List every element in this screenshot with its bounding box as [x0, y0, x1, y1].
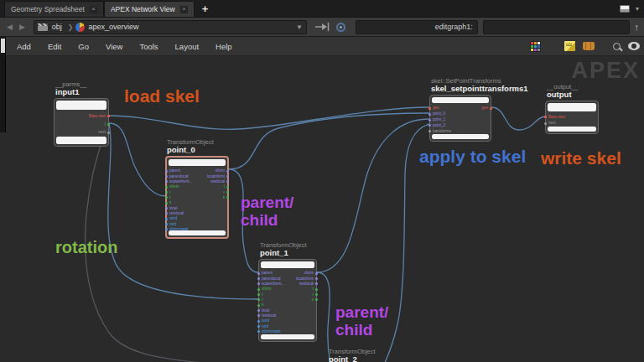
port-in-parentlocal[interactable]	[165, 175, 168, 178]
port-out-localxform[interactable]	[315, 277, 318, 280]
close-icon[interactable]: ×	[90, 6, 97, 13]
port-out-localxform[interactable]	[226, 175, 229, 178]
node-point_1[interactable]: parentparentlocalscaleinherit...xformtrs…	[258, 259, 317, 342]
menu-view[interactable]: View	[97, 42, 131, 51]
port-label: parent	[169, 168, 180, 173]
note-rotation[interactable]: rotation	[55, 238, 117, 256]
sticky-note-icon[interactable]	[564, 41, 575, 51]
tab-apex-network-view[interactable]: APEX Network View ×	[104, 1, 195, 17]
port-in-t[interactable]	[257, 293, 260, 296]
port-out-xform[interactable]	[226, 170, 229, 173]
wire-point1-xform-to-skel-point1[interactable]	[317, 119, 429, 272]
port-in-scaleinherit-[interactable]	[165, 180, 168, 183]
note-load-skel[interactable]: load skel	[124, 86, 200, 106]
port-in-restlocal[interactable]	[165, 212, 168, 215]
port-out-xform[interactable]	[315, 272, 318, 275]
note-write-skel[interactable]: write skel	[541, 148, 621, 168]
port-in-r[interactable]	[165, 196, 168, 199]
port-in-point-2[interactable]	[428, 124, 431, 127]
port-in-xformmask[interactable]	[257, 330, 260, 333]
port-in-xform[interactable]	[165, 186, 168, 189]
menu-edit[interactable]: Edit	[39, 42, 70, 51]
scroll-thumb[interactable]	[1, 39, 5, 53]
menu-tools[interactable]: Tools	[131, 42, 166, 51]
port-out-restlocal[interactable]	[226, 180, 229, 183]
port-in-xord[interactable]	[257, 320, 260, 323]
note-parent-child-2[interactable]: parent/ child	[335, 303, 388, 339]
port-out-geo[interactable]	[490, 107, 492, 110]
port-in-restlocal[interactable]	[257, 314, 260, 317]
port-out-next[interactable]	[107, 132, 110, 134]
chevron-down-icon[interactable]: ▾	[636, 5, 639, 13]
port-in-local[interactable]	[257, 309, 260, 312]
port-in-local[interactable]	[165, 207, 168, 209]
menu-add[interactable]: Add	[8, 42, 39, 51]
wire-input1-baseskel-to-skel-geo[interactable]	[109, 107, 429, 129]
node-name-label: point_2	[329, 355, 376, 362]
port-in-t[interactable]	[165, 191, 168, 194]
port-in-rord[interactable]	[165, 223, 168, 225]
visibility-icon[interactable]	[628, 42, 640, 50]
port-out-base-skel[interactable]	[107, 115, 110, 117]
node-top-bar	[169, 159, 226, 166]
port-in-xformmask[interactable]	[165, 228, 168, 230]
note-apply-to-skel[interactable]: apply to skel	[419, 147, 526, 167]
menu-scroll-strip[interactable]	[0, 37, 6, 132]
network-box-icon[interactable]	[583, 42, 595, 50]
port-label: restlocal	[210, 179, 225, 184]
port-in-r[interactable]	[257, 298, 260, 301]
color-palette-icon[interactable]	[530, 41, 541, 52]
float-pane-icon[interactable]	[620, 5, 630, 13]
port-in-transforms[interactable]	[428, 130, 431, 132]
command-input[interactable]	[483, 20, 630, 34]
port-in-point-1[interactable]	[428, 119, 431, 122]
breadcrumb-node[interactable]: apex_overview	[89, 23, 139, 31]
port-out-t[interactable]	[315, 288, 318, 291]
port-in-next[interactable]	[544, 122, 547, 125]
tab-geometry-spreadsheet[interactable]: Geometry Spreadsheet ×	[4, 1, 104, 17]
wire-skel-geo-to-output-baseskel[interactable]	[491, 107, 545, 130]
port-in-parent[interactable]	[165, 170, 168, 173]
wire-input1-t-to-point0-r[interactable]	[109, 123, 165, 196]
pin-icon[interactable]	[315, 22, 330, 32]
breadcrumb-context[interactable]: obj	[52, 23, 62, 31]
new-tab-button[interactable]: +	[195, 0, 216, 17]
network-editor-canvas[interactable]: APEX __parms__input1Base.skeltnextTransf…	[0, 56, 644, 362]
breadcrumb[interactable]: obj ❯ apex_overview ▼	[34, 20, 307, 34]
prompt-field[interactable]: editgraph1:	[356, 20, 478, 34]
port-in-s[interactable]	[257, 304, 260, 307]
port-in-s[interactable]	[165, 202, 168, 204]
port-in-geo[interactable]	[428, 107, 431, 110]
port-label: xord	[262, 318, 269, 323]
back-button[interactable]: ◀	[7, 23, 13, 31]
port-out-t[interactable]	[107, 123, 110, 126]
port-out-s[interactable]	[226, 196, 229, 199]
up-arrow-icon[interactable]: ↑	[635, 22, 640, 32]
forward-button[interactable]: ▶	[19, 23, 25, 31]
menu-help[interactable]: Help	[207, 42, 241, 51]
port-out-t[interactable]	[226, 186, 229, 189]
node-output[interactable]: Base.skelnext	[545, 101, 599, 134]
port-out-r[interactable]	[226, 191, 229, 194]
menu-go[interactable]: Go	[70, 42, 97, 51]
port-in-parent[interactable]	[257, 272, 260, 275]
menu-layout[interactable]: Layout	[167, 42, 208, 51]
port-in-xord[interactable]	[165, 218, 168, 220]
search-icon[interactable]	[613, 43, 621, 50]
breadcrumb-dropdown-icon[interactable]: ▼	[296, 23, 303, 31]
port-in-parentlocal[interactable]	[257, 277, 260, 280]
note-parent-child-1[interactable]: parent/ child	[241, 194, 293, 230]
port-out-r[interactable]	[315, 293, 318, 296]
port-in-xform[interactable]	[257, 288, 260, 291]
port-in-scaleinherit-[interactable]	[257, 282, 260, 285]
node-input1[interactable]: Base.skeltnext	[54, 98, 109, 147]
port-in-base-skel[interactable]	[544, 116, 547, 118]
port-in-rord[interactable]	[257, 325, 260, 328]
wire-point0-xform-to-skel-point0[interactable]	[229, 113, 429, 169]
node-point_0[interactable]: parentparentlocalscaleinherit...xformtrs…	[165, 156, 229, 239]
node-skel_setpointtransforms1[interactable]: geopoint_0point_1point_2transformsgeo	[429, 95, 491, 142]
close-icon[interactable]: ×	[180, 6, 188, 13]
port-in-point-0[interactable]	[428, 113, 431, 116]
node-name-label: output	[547, 90, 579, 100]
follow-focus-icon[interactable]	[336, 23, 345, 32]
